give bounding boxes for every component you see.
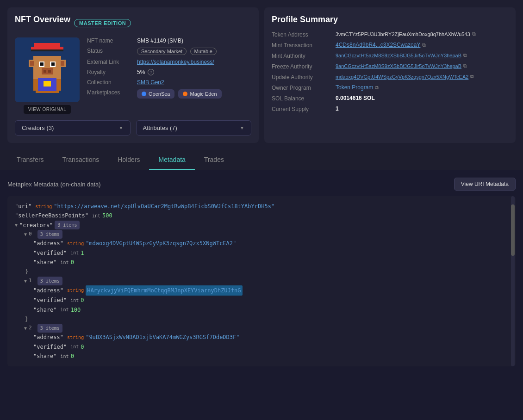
mint-transaction-label: Mint Transaction: [272, 42, 332, 49]
nft-name-value: SMB #1149 (SMB): [137, 37, 183, 44]
owner-program-copy-icon[interactable]: ⧉: [375, 85, 379, 91]
metadata-section: Metaplex Metadata (on-chain data) View U…: [0, 170, 523, 374]
update-authority-link[interactable]: mdaoxg4DVGptU4WSpzGyVpK3zqsgn7Qzx5XNgWTc…: [336, 74, 468, 80]
collection-row: Collection SMB Gen2: [87, 79, 251, 86]
freeze-authority-label: Freeze Authority: [272, 63, 332, 70]
mint-transaction-value: 4CDs8nAd9bR4...c3X2SCwazoaY ⧉: [336, 42, 508, 48]
tab-metadata[interactable]: Metadata: [149, 150, 194, 170]
creators-dropdown[interactable]: Creators (3) ▼: [15, 120, 131, 136]
seller-fee-line: "sellerFeeBasisPoints" int 500: [15, 211, 508, 220]
item-2-header: ▼ 2 3 items: [15, 324, 508, 333]
svg-rect-7: [31, 49, 63, 51]
mint-transaction-copy-icon[interactable]: ⧉: [422, 42, 426, 48]
item-2-collapse-icon[interactable]: ▼: [24, 324, 27, 332]
current-supply-label: Current Supply: [272, 105, 332, 112]
collection-value[interactable]: SMB Gen2: [137, 79, 164, 86]
creators-items-badge: 3 items: [55, 221, 80, 229]
creators-label: Creators (3): [22, 124, 54, 131]
mint-authority-copy-icon[interactable]: ⧉: [463, 52, 467, 58]
item-2-share-value: 0: [71, 352, 74, 361]
item-1-share-line: "share" int 100: [15, 305, 508, 315]
item-1-share-key: "share": [33, 305, 57, 315]
owner-program-row: Owner Program Token Program ⧉: [272, 84, 508, 91]
seller-fee-type: int: [92, 212, 100, 220]
mint-authority-row: Mint Authority 9anCGczvtHt5azM8S9zXSbBfJ…: [272, 52, 508, 59]
item-1-verified-key: "verified": [33, 296, 67, 305]
item-0-close-bracket: }: [15, 267, 508, 276]
magic-eden-button[interactable]: Magic Eden: [178, 89, 221, 99]
item-2-share-key: "share": [33, 352, 57, 361]
item-1-collapse-icon[interactable]: ▼: [24, 277, 27, 285]
item-0-collapse-icon[interactable]: ▼: [24, 230, 27, 238]
view-uri-button[interactable]: View URI Metadata: [454, 178, 516, 191]
status-row: Status Secondary Market Mutable: [87, 48, 251, 55]
item-2-address-type: string: [67, 334, 84, 341]
item-2-address-key: "address": [33, 333, 63, 342]
external-link-label: External Link: [87, 59, 133, 65]
royalty-help-icon[interactable]: ?: [148, 69, 154, 75]
item-1-verified-type: int: [70, 296, 79, 304]
item-2-share-line: "share" int 0: [15, 352, 508, 361]
collection-label: Collection: [87, 79, 133, 86]
item-0-verified-line: "verified" int 1: [15, 248, 508, 258]
item-0-header: ▼ 0 3 items: [15, 230, 508, 239]
tab-transfers[interactable]: Transfers: [7, 150, 53, 170]
profile-table: Token Address 3vmCTYz5PFU3U3brRY2ZjEauXm…: [272, 31, 508, 112]
external-link-row: External Link https://solanamonkey.busin…: [87, 59, 251, 65]
scrollbar-track[interactable]: [511, 196, 515, 366]
svg-rect-4: [33, 56, 61, 79]
token-address-label: Token Address: [272, 31, 332, 38]
freeze-authority-link[interactable]: 9anCGczvtHt5azM8S9zXSbBfJG5Jir5oTvWJnY3h…: [336, 63, 461, 69]
token-address-copy-icon[interactable]: ⧉: [472, 31, 476, 37]
sol-balance-row: SOL Balance 0.0014616 SOL: [272, 95, 508, 102]
svg-rect-10: [40, 62, 44, 66]
tab-trades[interactable]: Trades: [195, 150, 233, 170]
attributes-chevron-icon: ▼: [240, 125, 244, 130]
uri-key: "uri": [15, 202, 31, 211]
mint-authority-label: Mint Authority: [272, 52, 332, 59]
item-2-address-value: "9uBX3ASjxWvNBAD1xjbVaKA74mWGZys3RGSf7Dd…: [86, 333, 239, 342]
item-1-address-line: "address" string HAryckvjyViFQEmhrmMoCtq…: [15, 285, 508, 296]
scrollbar-thumb[interactable]: [511, 204, 515, 256]
code-container[interactable]: "uri" string "https://arweave.net/xpUlvO…: [7, 196, 516, 366]
item-2-index: 2: [29, 324, 32, 333]
view-original-button[interactable]: VIEW ORIGINAL: [24, 105, 71, 114]
update-authority-value: mdaoxg4DVGptU4WSpzGyVpK3zqsgn7Qzx5XNgWTc…: [336, 74, 508, 80]
tab-holders[interactable]: Holders: [108, 150, 149, 170]
marketplaces-label: Marketplaces: [87, 89, 133, 96]
tab-transactions[interactable]: Transactions: [53, 150, 109, 170]
opensea-button[interactable]: OpenSea: [137, 89, 174, 99]
svg-rect-6: [34, 43, 60, 49]
marketplace-logos: OpenSea Magic Eden: [137, 89, 222, 99]
mint-transaction-row: Mint Transaction 4CDs8nAd9bR4...c3X2SCwa…: [272, 42, 508, 49]
owner-program-value: Token Program ⧉: [336, 84, 508, 91]
creators-chevron-icon: ▼: [119, 125, 124, 130]
item-1-header: ▼ 1 3 items: [15, 277, 508, 285]
svg-rect-11: [51, 62, 55, 66]
update-authority-copy-icon[interactable]: ⧉: [470, 74, 474, 80]
item-0-verified-value: 1: [81, 248, 84, 258]
royalty-value: 5% ?: [137, 69, 154, 75]
opensea-label: OpenSea: [149, 91, 170, 97]
freeze-authority-copy-icon[interactable]: ⧉: [463, 63, 467, 69]
nft-image: [15, 37, 80, 102]
sol-balance-value: 0.0014616 SOL: [336, 95, 508, 101]
nft-name-label: NFT name: [87, 37, 133, 44]
mint-authority-link[interactable]: 9anCGczvtHt5azM8S9zXSbBfJG5Jir5oTvWJnY3h…: [336, 53, 461, 58]
marketplaces-row: Marketplaces OpenSea Magic Eden: [87, 89, 251, 99]
item-2-items-badge: 3 items: [37, 324, 62, 333]
item-0-items-badge: 3 items: [37, 230, 62, 239]
attributes-dropdown[interactable]: Attributes (7) ▼: [136, 120, 252, 136]
item-1-index: 1: [29, 277, 32, 285]
royalty-row: Royalty 5% ?: [87, 69, 251, 75]
external-link-value[interactable]: https://solanamonkey.business/: [137, 59, 214, 65]
master-edition-badge: MASTER EDITION: [74, 19, 131, 27]
mint-transaction-link[interactable]: 4CDs8nAd9bR4...c3X2SCwazoaY: [336, 42, 420, 48]
nft-overview-title: NFT Overview: [15, 15, 70, 25]
owner-program-link[interactable]: Token Program: [336, 84, 373, 91]
creators-key: "creators": [19, 221, 53, 230]
svg-rect-18: [61, 61, 64, 66]
tabs-bar: Transfers Transactions Holders Metadata …: [0, 150, 523, 170]
seller-fee-value: 500: [102, 211, 112, 220]
creators-collapse-icon[interactable]: ▼: [15, 221, 18, 229]
